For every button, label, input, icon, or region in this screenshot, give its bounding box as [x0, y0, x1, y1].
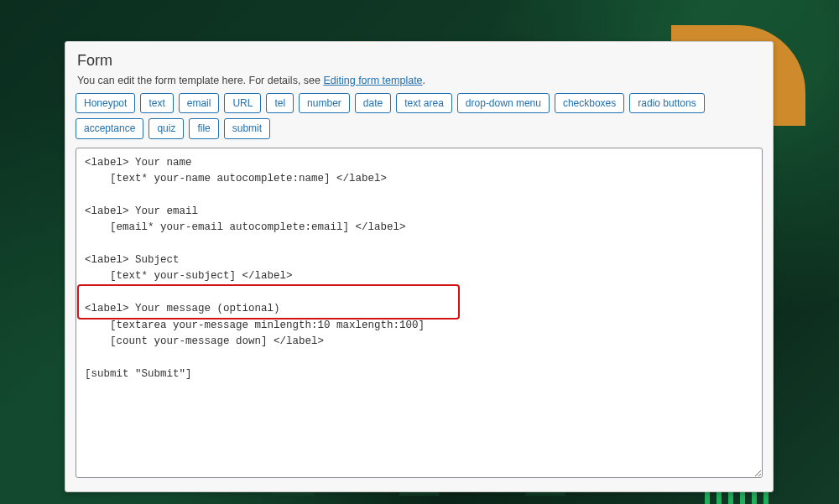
panel-desc-prefix: You can edit the form template here. For… — [77, 75, 323, 86]
tag-url-button[interactable]: URL — [224, 93, 261, 113]
tag-textarea-button[interactable]: text area — [396, 93, 452, 113]
tag-email-button[interactable]: email — [179, 93, 220, 113]
tag-checkboxes-button[interactable]: checkboxes — [555, 93, 624, 113]
code-area-wrap — [76, 148, 763, 481]
tag-number-button[interactable]: number — [299, 93, 350, 113]
tag-radio-button[interactable]: radio buttons — [629, 93, 704, 113]
tag-text-button[interactable]: text — [140, 93, 173, 113]
tag-file-button[interactable]: file — [189, 118, 218, 138]
tag-dropdown-button[interactable]: drop-down menu — [457, 93, 550, 113]
tag-quiz-button[interactable]: quiz — [149, 118, 184, 138]
panel-desc-link[interactable]: Editing form template — [323, 75, 422, 86]
tag-tel-button[interactable]: tel — [266, 93, 294, 113]
tag-acceptance-button[interactable]: acceptance — [76, 118, 143, 138]
tag-submit-button[interactable]: submit — [224, 118, 270, 138]
panel-desc-suffix: . — [423, 75, 425, 86]
form-template-textarea[interactable] — [76, 148, 763, 478]
form-tag-row: Honeypot text email URL tel number date … — [76, 93, 763, 139]
tag-date-button[interactable]: date — [355, 93, 391, 113]
form-panel: Form You can edit the form template here… — [65, 41, 774, 492]
tag-honeypot-button[interactable]: Honeypot — [76, 93, 135, 113]
panel-description: You can edit the form template here. For… — [77, 75, 763, 86]
panel-title: Form — [77, 52, 763, 70]
